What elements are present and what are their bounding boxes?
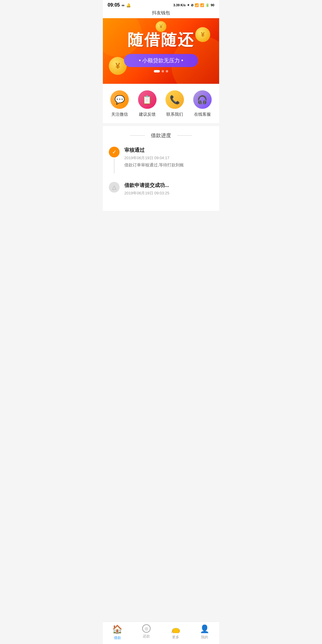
section-line-left — [130, 135, 145, 136]
status-approved: 审核通过 — [124, 147, 213, 154]
section-title: 借款进度 — [151, 132, 171, 139]
time-submitted: 2019年06月19日 09:03:25 — [124, 191, 213, 196]
icon-wrap-approved: ✓ — [109, 147, 120, 175]
status-bar: 09:05 ∞ 🔔 3.39 K/s ✦ ⊘ 📶 📶 🔋 90 — [103, 0, 219, 9]
icon-feedback[interactable]: 📋 建议反馈 — [138, 90, 157, 117]
notification-icon: 🔔 — [126, 3, 131, 7]
wifi-icon: 📶 — [195, 3, 199, 7]
dot-3 — [166, 70, 168, 72]
wechat-label: 关注微信 — [111, 112, 128, 117]
speed-indicator: 3.39 K/s — [173, 3, 186, 7]
service-label: 在线客服 — [194, 112, 211, 117]
dot-1 — [154, 70, 160, 72]
service-icon: 🎧 — [193, 90, 212, 109]
infinity-icon: ∞ — [122, 3, 124, 7]
banner-dots — [154, 70, 168, 72]
section-line-right — [177, 135, 192, 136]
desc-approved: 借款订单审核通过,等待打款到账 — [124, 162, 213, 168]
wechat-icon: 💬 — [110, 90, 129, 109]
contact-icon: 📞 — [165, 90, 184, 109]
icon-wrap-submitted: △ — [109, 182, 120, 198]
icon-grid: 💬 关注微信 📋 建议反馈 📞 联系我们 🎧 在线客服 — [103, 84, 219, 123]
timeline-step-submitted: △ 借款申请提交成功... 2019年06月19日 09:03:25 — [109, 182, 213, 198]
timeline-connector — [114, 159, 114, 174]
bluetooth-icon: ✦ — [187, 3, 190, 7]
battery-icon: 🔋 — [205, 3, 210, 7]
app-header: 抖友钱包 — [103, 9, 219, 18]
timeline-step-approved: ✓ 审核通过 2019年06月19日 09:04:17 借款订单审核通过,等待打… — [109, 147, 213, 175]
banner-main-text: 随借随还 — [128, 30, 194, 50]
section-header: 借款进度 — [103, 126, 219, 142]
dot-approved: ✓ — [109, 147, 120, 157]
banner-sub-text: • 小额贷款无压力 • — [124, 54, 198, 67]
timeline: ✓ 审核通过 2019年06月19日 09:04:17 借款订单审核通过,等待打… — [103, 142, 219, 211]
coin-right: ¥ — [195, 27, 210, 42]
banner: ¥ ¥ ¥ 随借随还 • 小额贷款无压力 • — [103, 18, 219, 84]
contact-label: 联系我们 — [166, 112, 183, 117]
status-right: 3.39 K/s ✦ ⊘ 📶 📶 🔋 90 — [173, 3, 214, 7]
status-submitted: 借款申请提交成功... — [124, 182, 213, 189]
content-submitted: 借款申请提交成功... 2019年06月19日 09:03:25 — [124, 182, 213, 198]
dot-2 — [162, 70, 164, 72]
signal-icon: 📶 — [200, 3, 204, 7]
feedback-label: 建议反馈 — [139, 112, 156, 117]
feedback-icon: 📋 — [138, 90, 157, 109]
status-left: 09:05 ∞ 🔔 — [108, 2, 131, 8]
time-approved: 2019年06月19日 09:04:17 — [124, 155, 213, 161]
icon-service[interactable]: 🎧 在线客服 — [193, 90, 212, 117]
content-approved: 审核通过 2019年06月19日 09:04:17 借款订单审核通过,等待打款到… — [124, 147, 213, 175]
no-sim-icon: ⊘ — [191, 3, 193, 7]
app-title: 抖友钱包 — [152, 10, 170, 15]
icon-wechat[interactable]: 💬 关注微信 — [110, 90, 129, 117]
dot-submitted: △ — [109, 182, 120, 193]
battery-level: 90 — [211, 3, 214, 7]
status-time: 09:05 — [108, 2, 120, 8]
icon-contact[interactable]: 📞 联系我们 — [165, 90, 184, 117]
